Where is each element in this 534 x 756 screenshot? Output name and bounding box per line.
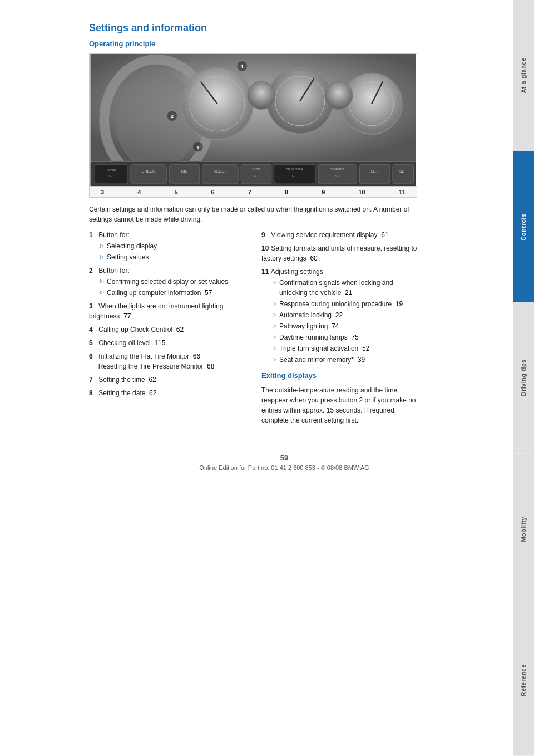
sub-11-5: Daytime running lamps 75 [273,332,417,342]
section-title: Operating principle [89,40,479,48]
right-column: 9 Viewing service requirement display 61… [261,230,417,431]
img-num-11: 11 [399,189,406,195]
right-item-9: 9 Viewing service requirement display 61 [261,230,417,240]
sub-11-6: Triple turn signal activation 52 [273,343,417,354]
svg-point-9 [342,73,402,134]
svg-text:08.04.2004: 08.04.2004 [286,168,303,171]
right-item-11: 11 Adjusting settings Confirmation signa… [261,267,417,365]
svg-text:SET: SET [370,169,378,173]
sub-11-1: Confirmation signals when locking and un… [273,278,417,298]
svg-point-6 [267,68,333,134]
svg-rect-28 [202,164,238,184]
list-item-8: 8 Setting the date 62 [89,388,245,398]
img-num-3: 3 [101,189,104,195]
svg-text:1: 1 [196,144,200,150]
exiting-title: Exiting displays [261,371,417,380]
right-list: 9 Viewing service requirement display 61… [261,230,417,365]
svg-text:2: 2 [170,113,174,119]
sub-item-1-1: Selecting display [100,241,245,251]
img-num-6: 6 [211,189,215,195]
svg-point-12 [248,82,275,110]
sub-11-4: Pathway lighting 74 [273,321,417,331]
sub-item-2-1: Confirming selected display or set value… [100,277,245,287]
svg-text:SET: SET [108,175,114,178]
svg-text:12:15: 12:15 [252,168,261,171]
img-num-9: 9 [322,189,325,195]
svg-rect-39 [359,164,390,184]
img-num-5: 5 [174,189,177,195]
svg-text:SERVICE: SERVICE [330,168,345,171]
sub-list-1: Selecting display Setting values [89,241,245,262]
svg-text:OIL: OIL [181,169,187,173]
img-num-8: 8 [285,189,288,195]
list-item-2: 2 Button for: Confirming selected displa… [89,266,245,298]
svg-text:00000: 00000 [107,169,116,172]
sub-list-2: Confirming selected display or set value… [89,277,245,298]
exiting-section: Exiting displays The outside-temperature… [261,371,417,425]
svg-text:1: 1 [240,63,244,70]
sidebar-tab-reference[interactable]: Reference [513,605,534,756]
img-num-4: 4 [137,189,141,195]
body-text: Certain settings and information can onl… [89,204,417,224]
svg-point-13 [325,82,353,110]
page-footer: 59 Online Edition for Part no. 01 41 2 6… [89,448,479,471]
svg-text:INFO: INFO [334,175,341,178]
svg-text:SET: SET [253,175,259,178]
footer-text: Online Edition for Part no. 01 41 2 600 … [199,464,369,471]
list-item-6: 6 Initializing the Flat Tire Monitor 66 … [89,351,245,371]
svg-text:CHECK: CHECK [141,169,155,173]
svg-rect-24 [131,164,166,184]
page-title: Settings and information [89,22,479,34]
left-column: 1 Button for: Selecting display Setting … [89,230,245,431]
svg-rect-41 [393,164,414,184]
list-item-4: 4 Calling up Check Control 62 [89,325,245,335]
list-item-3: 3 When the lights are on: instrument lig… [89,301,245,321]
img-num-7: 7 [248,189,251,195]
sub-11-2: Response during unlocking procedure 19 [273,299,417,309]
svg-text:RESET: RESET [214,169,227,173]
sidebar-tab-mobility[interactable]: Mobility [513,454,534,605]
list-item-5: 5 Checking oil level 115 [89,338,245,348]
sidebar-tab-at-a-glance[interactable]: At a glance [513,0,534,151]
left-list: 1 Button for: Selecting display Setting … [89,230,245,398]
dashboard-image: 1 2 1 00000 SET CHECK OIL [89,53,417,187]
sub-11-7: Seat and mirror memory* 39 [273,355,417,365]
sub-item-2-2: Calling up computer information 57 [100,288,245,298]
svg-text:SET: SET [399,169,407,173]
page-number: 59 [89,454,479,462]
right-sidebar: At a glance Controls Driving tips Mobili… [513,0,534,756]
exiting-text: The outside-temperature reading and the … [261,385,417,425]
image-number-row: 3 4 5 6 7 8 9 10 11 [89,187,417,198]
img-num-10: 10 [358,189,365,195]
content-columns: 1 Button for: Selecting display Setting … [89,230,417,431]
sidebar-tab-controls[interactable]: Controls [513,151,534,303]
sidebar-tab-driving-tips[interactable]: Driving tips [513,302,534,454]
main-content: Settings and information Operating princ… [0,0,513,756]
svg-rect-21 [95,164,128,184]
svg-text:SET: SET [292,175,298,178]
list-item-7: 7 Setting the time 62 [89,375,245,385]
sub-item-1-2: Setting values [100,252,245,262]
sub-list-11: Confirmation signals when locking and un… [261,278,417,365]
list-item-1: 1 Button for: Selecting display Setting … [89,230,245,262]
sub-11-3: Automatic locking 22 [273,310,417,320]
svg-rect-26 [169,164,200,184]
right-item-10: 10 Setting formats and units of measure,… [261,243,417,263]
